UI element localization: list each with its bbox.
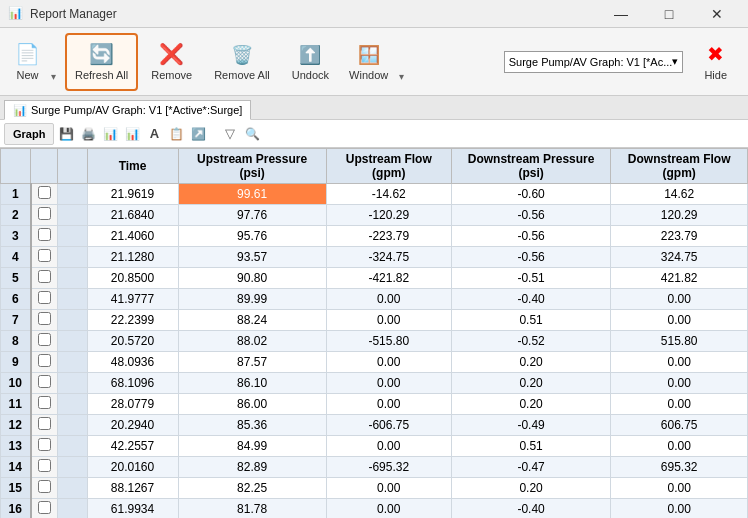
table-row: 1128.077986.000.000.200.00 xyxy=(1,394,748,415)
row-number: 13 xyxy=(1,436,31,457)
downstream-pressure-cell: -0.47 xyxy=(451,457,610,478)
filter-icon[interactable] xyxy=(220,124,240,144)
maximize-button[interactable]: □ xyxy=(646,0,692,28)
minimize-button[interactable]: — xyxy=(598,0,644,28)
new-button-group: New ▾ xyxy=(8,33,61,91)
upstream-flow-cell: 0.00 xyxy=(326,310,451,331)
row-checkbox-cell[interactable] xyxy=(31,310,58,331)
row-checkbox[interactable] xyxy=(38,480,51,493)
row-checkbox-cell[interactable] xyxy=(31,436,58,457)
col-header-downstream-pressure[interactable]: Downstream Pressure(psi) xyxy=(451,149,610,184)
remove-all-button[interactable]: Remove All xyxy=(205,33,279,91)
upstream-pressure-cell: 82.89 xyxy=(178,457,326,478)
row-checkbox[interactable] xyxy=(38,438,51,451)
downstream-pressure-cell: -0.40 xyxy=(451,289,610,310)
row-checkbox[interactable] xyxy=(38,417,51,430)
row-checkbox-cell[interactable] xyxy=(31,289,58,310)
window-label: Window xyxy=(349,69,388,81)
downstream-pressure-cell: -0.51 xyxy=(451,268,610,289)
row-checkbox[interactable] xyxy=(38,270,51,283)
col-header-time[interactable]: Time xyxy=(87,149,178,184)
row-checkbox-cell[interactable] xyxy=(31,268,58,289)
export-icon[interactable] xyxy=(188,124,208,144)
row-number: 4 xyxy=(1,247,31,268)
row-checkbox[interactable] xyxy=(38,396,51,409)
row-checkbox-cell[interactable] xyxy=(31,352,58,373)
downstream-flow-cell: 0.00 xyxy=(611,436,748,457)
col-header-upstream-pressure[interactable]: Upstream Pressure(psi) xyxy=(178,149,326,184)
row-checkbox-cell[interactable] xyxy=(31,457,58,478)
row-checkbox[interactable] xyxy=(38,249,51,262)
row-checkbox-cell[interactable] xyxy=(31,247,58,268)
save-icon[interactable] xyxy=(56,124,76,144)
hide-icon xyxy=(707,43,724,65)
data-table: Time Upstream Pressure(psi) Upstream Flo… xyxy=(0,148,748,518)
row-checkbox-cell[interactable] xyxy=(31,373,58,394)
row-checkbox[interactable] xyxy=(38,186,51,199)
doc-tab-surge[interactable]: 📊 Surge Pump/AV Graph: V1 [*Active*:Surg… xyxy=(4,100,251,120)
table-row: 520.850090.80-421.82-0.51421.82 xyxy=(1,268,748,289)
data-table-container: Time Upstream Pressure(psi) Upstream Flo… xyxy=(0,148,748,518)
row-checkbox-cell[interactable] xyxy=(31,478,58,499)
row-number: 14 xyxy=(1,457,31,478)
row-checkbox-cell[interactable] xyxy=(31,331,58,352)
remove-button[interactable]: Remove xyxy=(142,33,201,91)
row-sort-cell xyxy=(57,310,87,331)
upstream-flow-cell: -695.32 xyxy=(326,457,451,478)
window-button[interactable]: Window xyxy=(342,33,395,91)
row-checkbox[interactable] xyxy=(38,228,51,241)
downstream-flow-cell: 223.79 xyxy=(611,226,748,247)
graph-toolbar: Graph xyxy=(0,120,748,148)
row-checkbox[interactable] xyxy=(38,354,51,367)
refresh-all-label: Refresh All xyxy=(75,69,128,81)
row-checkbox[interactable] xyxy=(38,375,51,388)
table-row: 1420.016082.89-695.32-0.47695.32 xyxy=(1,457,748,478)
row-sort-cell xyxy=(57,331,87,352)
print-icon[interactable] xyxy=(78,124,98,144)
hide-button[interactable]: Hide xyxy=(691,33,740,91)
graph-btn-label: Graph xyxy=(13,128,45,140)
row-sort-cell xyxy=(57,268,87,289)
toolbar-right: Surge Pump/AV Graph: V1 [*Ac... ▾ Hide xyxy=(504,33,740,91)
row-checkbox-cell[interactable] xyxy=(31,499,58,519)
row-checkbox[interactable] xyxy=(38,459,51,472)
upstream-pressure-cell: 86.10 xyxy=(178,373,326,394)
time-cell: 61.9934 xyxy=(87,499,178,519)
row-checkbox[interactable] xyxy=(38,207,51,220)
table-row: 641.977789.990.00-0.400.00 xyxy=(1,289,748,310)
close-button[interactable]: ✕ xyxy=(694,0,740,28)
search-icon[interactable] xyxy=(242,124,262,144)
upstream-flow-cell: -14.62 xyxy=(326,184,451,205)
row-checkbox[interactable] xyxy=(38,333,51,346)
upstream-pressure-cell: 82.25 xyxy=(178,478,326,499)
new-button[interactable]: New xyxy=(8,33,47,91)
chart2-icon[interactable] xyxy=(122,124,142,144)
row-checkbox[interactable] xyxy=(38,291,51,304)
new-dropdown-arrow[interactable]: ▾ xyxy=(47,33,61,91)
text-icon[interactable] xyxy=(144,124,164,144)
undock-button[interactable]: Undock xyxy=(283,33,338,91)
downstream-flow-cell: 0.00 xyxy=(611,352,748,373)
table-row: 421.128093.57-324.75-0.56324.75 xyxy=(1,247,748,268)
row-checkbox-cell[interactable] xyxy=(31,226,58,247)
row-checkbox-cell[interactable] xyxy=(31,205,58,226)
upstream-pressure-cell: 93.57 xyxy=(178,247,326,268)
graph-button[interactable]: Graph xyxy=(4,123,54,145)
row-checkbox-cell[interactable] xyxy=(31,415,58,436)
copy-icon[interactable] xyxy=(166,124,186,144)
col-header-downstream-flow[interactable]: Downstream Flow(gpm) xyxy=(611,149,748,184)
col-header-upstream-flow[interactable]: Upstream Flow(gpm) xyxy=(326,149,451,184)
row-number: 10 xyxy=(1,373,31,394)
row-number: 5 xyxy=(1,268,31,289)
app-icon: 📊 xyxy=(8,6,24,22)
row-checkbox-cell[interactable] xyxy=(31,394,58,415)
report-selector[interactable]: Surge Pump/AV Graph: V1 [*Ac... ▾ xyxy=(504,51,684,73)
time-cell: 22.2399 xyxy=(87,310,178,331)
row-checkbox[interactable] xyxy=(38,312,51,325)
chart-icon[interactable] xyxy=(100,124,120,144)
row-checkbox-cell[interactable] xyxy=(31,184,58,205)
window-dropdown-arrow[interactable]: ▾ xyxy=(395,33,409,91)
row-checkbox[interactable] xyxy=(38,501,51,514)
downstream-pressure-cell: -0.56 xyxy=(451,205,610,226)
refresh-all-button[interactable]: Refresh All xyxy=(65,33,138,91)
